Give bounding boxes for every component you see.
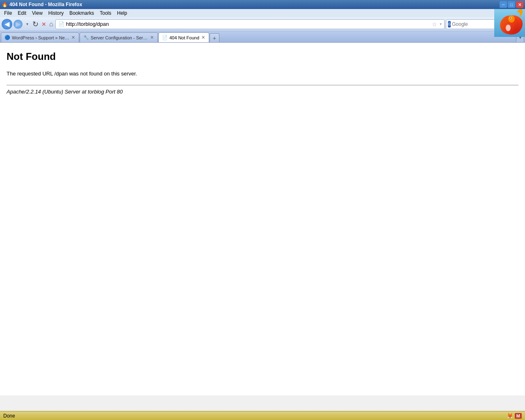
page-divider <box>7 85 518 85</box>
tab-wordpress[interactable]: 🔵 WordPress › Support » New site lea... … <box>1 32 79 42</box>
page-content: Not Found The requested URL /dpan was no… <box>0 43 525 395</box>
title-bar-controls: ─ □ ✕ <box>500 1 523 8</box>
gmail-status-icon: M <box>515 413 522 419</box>
nav-bar: ◀ ▶ ▾ ↻ ✕ ⌂ 📄 ☆ ▾ G 🔍 ABP <box>0 17 525 31</box>
new-tab-button[interactable]: + <box>210 33 219 42</box>
maximize-button[interactable]: □ <box>508 1 515 8</box>
status-bar: Done 🦊 M <box>0 411 525 420</box>
page-title: Not Found <box>7 51 518 62</box>
svg-point-4 <box>508 15 515 23</box>
home-icon: ⌂ <box>49 21 53 27</box>
tab-close-server-config[interactable]: ✕ <box>150 35 154 40</box>
title-bar: 🔥 404 Not Found - Mozilla Firefox ─ □ ✕ <box>0 0 525 9</box>
firefox-status-icon: 🦊 <box>507 413 513 419</box>
tab-server-config[interactable]: 🔧 Server Configuration - Service Acco...… <box>80 32 158 42</box>
page-icon: 📄 <box>58 21 64 27</box>
title-bar-text: 🔥 404 Not Found - Mozilla Firefox <box>2 2 82 7</box>
tab-icon-404: 📄 <box>162 35 168 40</box>
tab-label-404: 404 Not Found <box>169 35 199 40</box>
stop-button[interactable]: ✕ <box>41 20 47 28</box>
reload-button[interactable]: ↻ <box>32 19 39 30</box>
bookmark-star-icon[interactable]: ☆ <box>431 21 438 27</box>
tab-label-server-config: Server Configuration - Service Acco... <box>91 35 148 40</box>
window-title: 404 Not Found - Mozilla Firefox <box>9 2 82 7</box>
menu-bar: File Edit View History Bookmarks Tools H… <box>0 9 525 17</box>
menu-view[interactable]: View <box>30 10 45 16</box>
page-signature: Apache/2.2.14 (Ubuntu) Server at torblog… <box>7 89 518 95</box>
svg-point-7 <box>506 25 511 31</box>
status-text: Done <box>3 413 15 419</box>
menu-file[interactable]: File <box>2 10 14 16</box>
menu-help[interactable]: Help <box>114 10 130 16</box>
forward-icon: ▶ <box>16 20 21 28</box>
tab-close-404[interactable]: ✕ <box>201 35 205 40</box>
tab-close-wordpress[interactable]: ✕ <box>71 35 75 40</box>
back-dropdown-button[interactable]: ▾ <box>24 21 30 27</box>
reload-icon: ↻ <box>32 20 39 28</box>
tabs-bar: 🔵 WordPress › Support » New site lea... … <box>0 31 525 43</box>
stop-icon: ✕ <box>41 21 46 27</box>
svg-point-6 <box>510 18 511 19</box>
back-icon: ◀ <box>5 20 9 28</box>
menu-history[interactable]: History <box>46 10 66 16</box>
address-bar-wrapper: 📄 ☆ ▾ <box>55 19 445 29</box>
back-button[interactable]: ◀ <box>2 19 12 30</box>
minimize-button[interactable]: ─ <box>500 1 507 8</box>
close-button[interactable]: ✕ <box>516 1 523 8</box>
firefox-logo-graphic <box>494 9 525 37</box>
forward-button[interactable]: ▶ <box>14 20 23 29</box>
menu-bookmarks[interactable]: Bookmarks <box>67 10 96 16</box>
tab-404[interactable]: 📄 404 Not Found ✕ <box>158 32 209 42</box>
tab-icon-server-config: 🔧 <box>83 35 89 40</box>
search-engine-icon: G <box>448 21 451 27</box>
browser-icon: 🔥 <box>2 2 8 7</box>
status-icons: 🦊 M <box>507 413 522 419</box>
bookmark-dropdown-icon[interactable]: ▾ <box>440 22 442 26</box>
tab-icon-wordpress: 🔵 <box>5 35 10 40</box>
address-input[interactable] <box>66 21 429 27</box>
tab-label-wordpress: WordPress › Support » New site lea... <box>12 35 69 40</box>
page-message: The requested URL /dpan was not found on… <box>7 71 518 77</box>
menu-edit[interactable]: Edit <box>15 10 29 16</box>
home-button[interactable]: ⌂ <box>48 20 54 29</box>
menu-tools[interactable]: Tools <box>97 10 114 16</box>
